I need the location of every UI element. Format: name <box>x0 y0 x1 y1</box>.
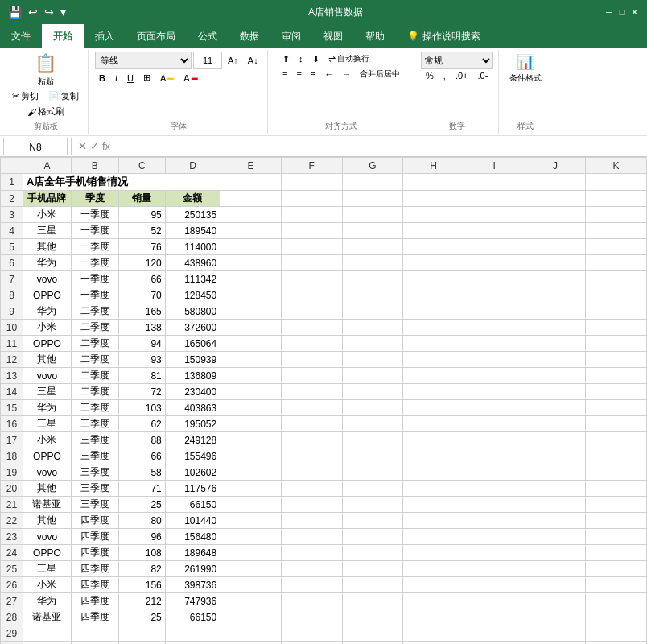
cell-C16[interactable]: 62 <box>118 416 165 432</box>
cancel-formula-icon[interactable]: ✕ <box>78 140 87 152</box>
col-header-K[interactable]: K <box>586 158 647 174</box>
cell-D11[interactable]: 165064 <box>165 336 220 352</box>
cell-G11[interactable] <box>342 336 403 352</box>
cell-J2[interactable] <box>525 191 586 207</box>
cell-J14[interactable] <box>525 384 586 400</box>
name-box[interactable]: N8 <box>3 138 68 155</box>
col-header-G[interactable]: G <box>342 158 403 174</box>
cell-H5[interactable] <box>403 239 464 255</box>
cell-D2[interactable]: 金额 <box>165 191 220 207</box>
cell-G20[interactable] <box>342 481 403 497</box>
cell-F13[interactable] <box>281 368 342 384</box>
tab-view[interactable]: 视图 <box>312 24 354 48</box>
cell-G16[interactable] <box>342 416 403 432</box>
cell-I16[interactable] <box>464 416 525 432</box>
indent-decrease-button[interactable]: ← <box>320 67 337 81</box>
cell-C18[interactable]: 66 <box>118 448 165 464</box>
col-header-D[interactable]: D <box>165 158 220 174</box>
cell-J1[interactable] <box>525 174 586 191</box>
save-button[interactable]: 💾 <box>6 4 23 20</box>
paste-button[interactable]: 📋 粘贴 <box>31 52 60 89</box>
cell-J20[interactable] <box>525 481 586 497</box>
cell-C29[interactable] <box>118 625 165 642</box>
cell-A28[interactable]: 诺基亚 <box>23 609 72 625</box>
cell-A4[interactable]: 三星 <box>23 223 72 239</box>
cell-K2[interactable] <box>586 191 647 207</box>
col-header-I[interactable]: I <box>464 158 525 174</box>
cell-D25[interactable]: 261990 <box>165 561 220 577</box>
cell-E3[interactable] <box>220 207 282 223</box>
cell-E27[interactable] <box>220 593 282 609</box>
cell-C20[interactable]: 71 <box>118 481 165 497</box>
cell-B20[interactable]: 三季度 <box>71 481 118 497</box>
cell-E21[interactable] <box>220 497 282 513</box>
cell-I19[interactable] <box>464 464 525 481</box>
cell-K28[interactable] <box>586 609 647 625</box>
cell-G2[interactable] <box>342 191 403 207</box>
cell-F9[interactable] <box>281 303 342 320</box>
cell-B13[interactable]: 二季度 <box>71 368 118 384</box>
cell-B29[interactable] <box>71 625 118 642</box>
cell-I25[interactable] <box>464 561 525 577</box>
cell-H7[interactable] <box>403 271 464 287</box>
cell-H30[interactable] <box>403 642 464 645</box>
cell-D6[interactable]: 438960 <box>165 255 220 271</box>
cell-A17[interactable]: 小米 <box>23 432 72 448</box>
cell-A26[interactable]: 小米 <box>23 577 72 593</box>
cell-E25[interactable] <box>220 561 282 577</box>
cell-K1[interactable] <box>586 174 647 191</box>
cell-A15[interactable]: 华为 <box>23 400 72 416</box>
cell-G21[interactable] <box>342 497 403 513</box>
cell-B26[interactable]: 四季度 <box>71 577 118 593</box>
cell-B10[interactable]: 二季度 <box>71 320 118 336</box>
wrap-text-button[interactable]: ⇌ 自动换行 <box>324 52 373 66</box>
cell-C8[interactable]: 70 <box>118 287 165 303</box>
cell-G17[interactable] <box>342 432 403 448</box>
cell-F22[interactable] <box>281 513 342 529</box>
cell-D15[interactable]: 403863 <box>165 400 220 416</box>
cell-D26[interactable]: 398736 <box>165 577 220 593</box>
cell-G15[interactable] <box>342 400 403 416</box>
cell-F20[interactable] <box>281 481 342 497</box>
cell-I6[interactable] <box>464 255 525 271</box>
bold-button[interactable]: B <box>95 72 109 85</box>
cell-G28[interactable] <box>342 609 403 625</box>
cell-D7[interactable]: 111342 <box>165 271 220 287</box>
col-header-J[interactable]: J <box>525 158 586 174</box>
cell-E4[interactable] <box>220 223 282 239</box>
cell-J6[interactable] <box>525 255 586 271</box>
cell-B27[interactable]: 四季度 <box>71 593 118 609</box>
cell-E18[interactable] <box>220 448 282 464</box>
cell-B14[interactable]: 二季度 <box>71 384 118 400</box>
cell-I26[interactable] <box>464 577 525 593</box>
cell-J15[interactable] <box>525 400 586 416</box>
cell-E9[interactable] <box>220 303 282 320</box>
cell-E26[interactable] <box>220 577 282 593</box>
cell-K10[interactable] <box>586 320 647 336</box>
cell-C24[interactable]: 108 <box>118 545 165 561</box>
cell-B21[interactable]: 三季度 <box>71 497 118 513</box>
cell-C12[interactable]: 93 <box>118 352 165 368</box>
cell-E7[interactable] <box>220 271 282 287</box>
cell-G24[interactable] <box>342 545 403 561</box>
cell-C10[interactable]: 138 <box>118 320 165 336</box>
cell-D12[interactable]: 150939 <box>165 352 220 368</box>
cell-I27[interactable] <box>464 593 525 609</box>
cell-J18[interactable] <box>525 448 586 464</box>
cell-A29[interactable] <box>23 625 72 642</box>
cell-G18[interactable] <box>342 448 403 464</box>
cell-C3[interactable]: 95 <box>118 207 165 223</box>
cell-K5[interactable] <box>586 239 647 255</box>
cell-J16[interactable] <box>525 416 586 432</box>
cell-H26[interactable] <box>403 577 464 593</box>
cell-D29[interactable] <box>165 625 220 642</box>
cell-C19[interactable]: 58 <box>118 464 165 481</box>
cell-B24[interactable]: 四季度 <box>71 545 118 561</box>
cell-A27[interactable]: 华为 <box>23 593 72 609</box>
cell-F16[interactable] <box>281 416 342 432</box>
cell-F1[interactable] <box>281 174 342 191</box>
cell-I30[interactable] <box>464 642 525 645</box>
cell-F29[interactable] <box>281 625 342 642</box>
cell-J8[interactable] <box>525 287 586 303</box>
cell-F17[interactable] <box>281 432 342 448</box>
